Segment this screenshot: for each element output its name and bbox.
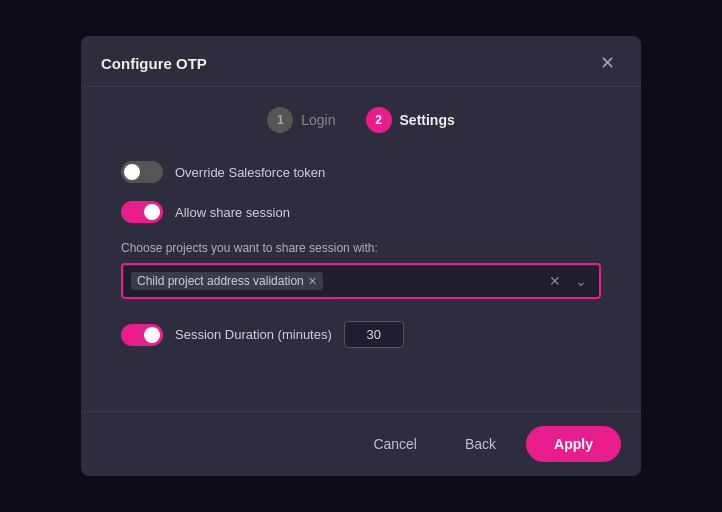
allow-share-session-row: Allow share session: [121, 201, 601, 223]
override-token-row: Override Salesforce token: [121, 161, 601, 183]
override-token-thumb: [124, 164, 140, 180]
project-tag: Child project address validation ✕: [131, 272, 323, 290]
project-tag-label: Child project address validation: [137, 274, 304, 288]
apply-button[interactable]: Apply: [526, 426, 621, 462]
step-login-circle: 1: [267, 107, 293, 133]
project-tag-close[interactable]: ✕: [308, 276, 317, 287]
cancel-button[interactable]: Cancel: [355, 428, 435, 460]
step-login-label: Login: [301, 112, 335, 128]
close-button[interactable]: ✕: [594, 52, 621, 74]
configure-otp-modal: Configure OTP ✕ 1 Login 2 Settings: [81, 36, 641, 476]
override-token-track[interactable]: [121, 161, 163, 183]
session-duration-row: Session Duration (minutes): [121, 321, 601, 348]
projects-section: Choose projects you want to share sessio…: [121, 241, 601, 299]
steps-container: 1 Login 2 Settings: [121, 107, 601, 133]
step-settings-circle: 2: [366, 107, 392, 133]
modal-header: Configure OTP ✕: [81, 36, 641, 87]
allow-share-session-track[interactable]: [121, 201, 163, 223]
multi-select-chevron-icon[interactable]: ⌄: [571, 273, 591, 289]
allow-share-session-toggle[interactable]: [121, 201, 163, 223]
projects-multi-select[interactable]: Child project address validation ✕ ✕ ⌄: [121, 263, 601, 299]
allow-share-session-thumb: [144, 204, 160, 220]
modal-footer: Cancel Back Apply: [81, 411, 641, 476]
session-duration-label: Session Duration (minutes): [175, 327, 332, 342]
step-settings[interactable]: 2 Settings: [366, 107, 455, 133]
override-token-toggle[interactable]: [121, 161, 163, 183]
step-login[interactable]: 1 Login: [267, 107, 335, 133]
session-duration-input[interactable]: [344, 321, 404, 348]
projects-label: Choose projects you want to share sessio…: [121, 241, 601, 255]
allow-share-session-label: Allow share session: [175, 205, 290, 220]
session-duration-toggle[interactable]: [121, 324, 163, 346]
step-settings-label: Settings: [400, 112, 455, 128]
multi-select-clear-icon[interactable]: ✕: [545, 273, 565, 289]
modal-body: 1 Login 2 Settings Overri: [81, 87, 641, 411]
session-duration-thumb: [144, 327, 160, 343]
modal-title: Configure OTP: [101, 55, 207, 72]
override-token-label: Override Salesforce token: [175, 165, 325, 180]
session-duration-track[interactable]: [121, 324, 163, 346]
modal-overlay: Configure OTP ✕ 1 Login 2 Settings: [0, 0, 722, 512]
back-button[interactable]: Back: [447, 428, 514, 460]
